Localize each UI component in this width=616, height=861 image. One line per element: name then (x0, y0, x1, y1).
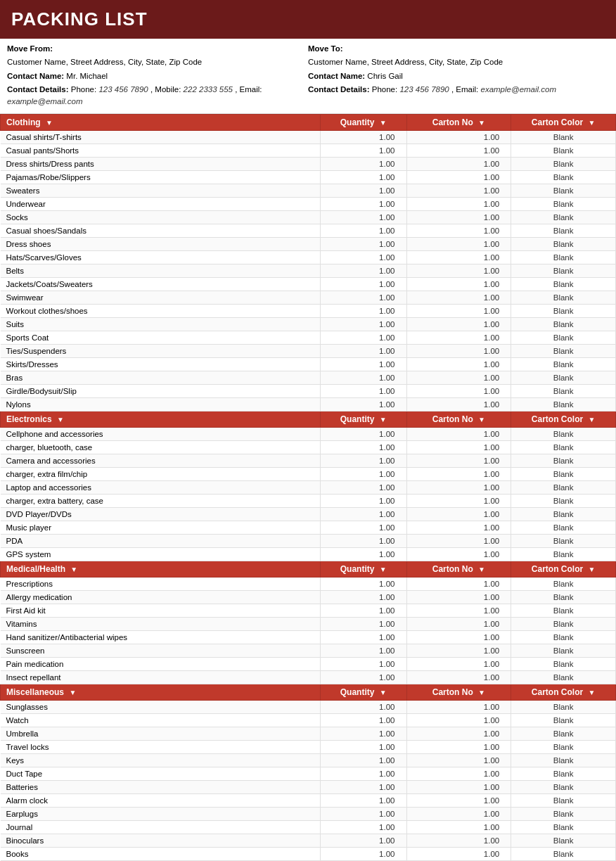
table-row: Nylons 1.00 1.00 Blank (1, 398, 616, 412)
item-name: Dress shoes (1, 238, 321, 251)
item-name: charger, bluetooth, case (1, 441, 321, 454)
qty-dropdown-icon[interactable]: ▼ (380, 566, 387, 573)
item-carton: 1.00 (406, 224, 511, 238)
item-qty: 1.00 (321, 671, 407, 684)
table-row: Suits 1.00 1.00 Blank (1, 318, 616, 331)
item-color: Blank (511, 481, 616, 495)
item-carton: 1.00 (406, 398, 511, 412)
item-carton: 1.00 (406, 821, 511, 834)
table-row: Casual shoes/Sandals 1.00 1.00 Blank (1, 224, 616, 238)
item-name: Underwear (1, 198, 321, 211)
table-row: First Aid kit 1.00 1.00 Blank (1, 604, 616, 618)
item-carton: 1.00 (406, 754, 511, 767)
item-color: Blank (511, 604, 616, 618)
table-row: Hand sanitizer/Antibacterial wipes 1.00 … (1, 631, 616, 644)
item-qty: 1.00 (321, 144, 407, 158)
qty-dropdown-icon[interactable]: ▼ (380, 689, 387, 696)
item-qty: 1.00 (321, 767, 407, 781)
item-color: Blank (511, 781, 616, 794)
carton-dropdown-icon[interactable]: ▼ (478, 119, 485, 127)
color-header-1: Carton Color ▼ (511, 412, 616, 428)
item-name: Pajamas/Robe/Slippers (1, 171, 321, 184)
color-dropdown-icon[interactable]: ▼ (589, 416, 596, 423)
item-name: Sports Coat (1, 331, 321, 345)
item-qty: 1.00 (321, 834, 407, 848)
carton-dropdown-icon[interactable]: ▼ (478, 566, 485, 573)
item-color: Blank (511, 727, 616, 741)
item-qty: 1.00 (321, 278, 407, 291)
color-dropdown-icon[interactable]: ▼ (589, 689, 596, 696)
table-row: Allergy medication 1.00 1.00 Blank (1, 591, 616, 604)
carton-dropdown-icon[interactable]: ▼ (478, 689, 485, 696)
carton-dropdown-icon[interactable]: ▼ (478, 416, 485, 423)
item-qty: 1.00 (321, 398, 407, 412)
item-name: Hats/Scarves/Gloves (1, 251, 321, 264)
item-color: Blank (511, 591, 616, 604)
item-color: Blank (511, 834, 616, 848)
table-row: Laptop and accessories 1.00 1.00 Blank (1, 481, 616, 495)
item-carton: 1.00 (406, 184, 511, 198)
item-carton: 1.00 (406, 291, 511, 305)
item-name: Socks (1, 211, 321, 224)
table-row: Girdle/Bodysuit/Slip 1.00 1.00 Blank (1, 385, 616, 398)
table-row: DVD Player/DVDs 1.00 1.00 Blank (1, 508, 616, 521)
item-qty: 1.00 (321, 604, 407, 618)
table-row: Ties/Suspenders 1.00 1.00 Blank (1, 345, 616, 358)
table-row: Skirts/Dresses 1.00 1.00 Blank (1, 358, 616, 371)
qty-dropdown-icon[interactable]: ▼ (380, 119, 387, 127)
color-dropdown-icon[interactable]: ▼ (589, 566, 596, 573)
item-color: Blank (511, 468, 616, 481)
item-name: Music player (1, 521, 321, 535)
item-name: First Aid kit (1, 604, 321, 618)
table-row: PDA 1.00 1.00 Blank (1, 535, 616, 548)
item-name: Belts (1, 264, 321, 278)
item-carton: 1.00 (406, 767, 511, 781)
item-carton: 1.00 (406, 251, 511, 264)
item-carton: 1.00 (406, 578, 511, 591)
item-color: Blank (511, 701, 616, 714)
item-carton: 1.00 (406, 671, 511, 684)
item-name: Suits (1, 318, 321, 331)
item-name: Workout clothes/shoes (1, 305, 321, 318)
item-name: Ties/Suspenders (1, 345, 321, 358)
item-name: Hand sanitizer/Antibacterial wipes (1, 631, 321, 644)
move-to-contact-details: Contact Details: Phone: 123 456 7890 , E… (308, 84, 609, 96)
move-from-contact-details: Contact Details: Phone: 123 456 7890 , M… (7, 84, 308, 108)
item-qty: 1.00 (321, 591, 407, 604)
table-row: Earplugs 1.00 1.00 Blank (1, 808, 616, 821)
dropdown-icon[interactable]: ▼ (46, 119, 53, 127)
title-bar: PACKING LIST (0, 0, 616, 39)
category-name-2: Medical/Health ▼ (1, 561, 321, 578)
carton-header-1: Carton No ▼ (406, 412, 511, 428)
qty-dropdown-icon[interactable]: ▼ (380, 416, 387, 423)
category-header-1: Electronics ▼ Quantity ▼ Carton No ▼ Car… (1, 412, 616, 428)
carton-header-0: Carton No ▼ (406, 115, 511, 131)
item-qty: 1.00 (321, 578, 407, 591)
item-carton: 1.00 (406, 131, 511, 144)
item-carton: 1.00 (406, 318, 511, 331)
item-carton: 1.00 (406, 211, 511, 224)
item-carton: 1.00 (406, 371, 511, 385)
table-row: Umbrella 1.00 1.00 Blank (1, 727, 616, 741)
item-name: Vitamins (1, 618, 321, 631)
item-carton: 1.00 (406, 144, 511, 158)
dropdown-icon[interactable]: ▼ (57, 416, 64, 423)
item-qty: 1.00 (321, 198, 407, 211)
dropdown-icon[interactable]: ▼ (69, 689, 76, 696)
item-color: Blank (511, 535, 616, 548)
table-row: Batteries 1.00 1.00 Blank (1, 781, 616, 794)
item-color: Blank (511, 508, 616, 521)
item-qty: 1.00 (321, 264, 407, 278)
item-qty: 1.00 (321, 658, 407, 671)
table-row: charger, extra film/chip 1.00 1.00 Blank (1, 468, 616, 481)
carton-header-2: Carton No ▼ (406, 561, 511, 578)
item-color: Blank (511, 158, 616, 171)
dropdown-icon[interactable]: ▼ (70, 566, 77, 573)
color-header-0: Carton Color ▼ (511, 115, 616, 131)
table-row: Sunglasses 1.00 1.00 Blank (1, 701, 616, 714)
color-dropdown-icon[interactable]: ▼ (589, 119, 596, 127)
item-carton: 1.00 (406, 508, 511, 521)
packing-table: Clothing ▼ Quantity ▼ Carton No ▼ Carton… (0, 114, 616, 861)
item-carton: 1.00 (406, 834, 511, 848)
table-row: Casual shirts/T-shirts 1.00 1.00 Blank (1, 131, 616, 144)
